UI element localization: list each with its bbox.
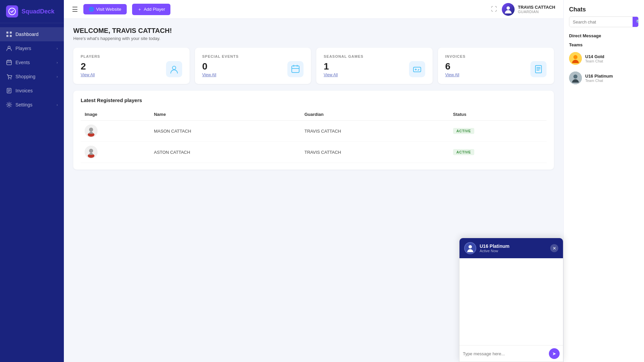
events-icon <box>6 59 12 65</box>
sidebar-nav: Dashboard Players › Events › <box>0 23 64 362</box>
team-avatar <box>569 72 582 84</box>
sidebar-item-settings[interactable]: Settings › <box>0 98 64 112</box>
player-name: MASON CATTACH <box>150 121 300 142</box>
chat-send-button[interactable]: ➤ <box>549 348 560 359</box>
chevron-right-icon: › <box>56 75 58 79</box>
search-icon: 🔍 <box>636 19 639 25</box>
popup-title: U16 Platinum <box>480 243 510 249</box>
sidebar: SquadDeck Dashboard Players › <box>0 0 64 362</box>
chat-popup: U16 Platinum Active Now ✕ ➤ <box>459 238 563 362</box>
svg-point-25 <box>573 55 577 59</box>
svg-point-19 <box>89 128 93 132</box>
avatar <box>502 3 515 16</box>
chat-item-u14-gold[interactable]: U14 Gold Team Chat <box>564 49 644 68</box>
topbar-left: ☰ 🌐 Visit Website ＋ Add Player <box>72 4 170 15</box>
shopping-icon <box>6 74 12 80</box>
chat-item-u16-platinum[interactable]: U16 Platinum Team Chat <box>564 68 644 88</box>
logo: SquadDeck <box>0 0 64 23</box>
players-table: Image Name Guardian Status <box>81 108 547 163</box>
stat-value: 1 <box>324 61 338 72</box>
chevron-right-icon: › <box>56 60 58 64</box>
user-role: GUARDIAN <box>518 10 555 14</box>
player-avatar <box>85 146 97 159</box>
player-guardian: TRAVIS CATTACH <box>300 142 449 163</box>
table-row: ASTON CATTACH TRAVIS CATTACH ACTIVE <box>81 142 547 163</box>
svg-rect-4 <box>10 35 12 37</box>
svg-point-7 <box>8 78 9 79</box>
col-image: Image <box>81 108 150 121</box>
col-status: Status <box>449 108 547 121</box>
chat-search-input[interactable] <box>569 17 633 27</box>
sidebar-item-dashboard[interactable]: Dashboard <box>0 27 64 41</box>
players-icon <box>6 45 12 51</box>
sidebar-item-label: Invoices <box>15 88 33 93</box>
stat-label: SPECIAL EVENTS <box>202 54 304 58</box>
svg-point-16 <box>417 70 418 71</box>
svg-rect-3 <box>6 35 8 37</box>
chat-panel-title: Chats <box>564 0 644 16</box>
stat-view-all[interactable]: View All <box>202 73 216 77</box>
chevron-right-icon: › <box>56 46 58 50</box>
svg-point-10 <box>8 104 10 106</box>
table-title: Latest Registered players <box>81 97 547 103</box>
svg-point-22 <box>89 149 93 153</box>
send-icon: ➤ <box>552 351 556 356</box>
teams-label: Teams <box>564 40 644 49</box>
svg-point-27 <box>573 75 577 79</box>
chat-popup-footer: ➤ <box>459 345 563 362</box>
svg-rect-1 <box>6 32 8 34</box>
sidebar-item-shopping[interactable]: Shopping › <box>0 70 64 84</box>
stat-invoices: INVOICES 6 View All <box>438 48 554 84</box>
sidebar-item-events[interactable]: Events › <box>0 55 64 70</box>
player-guardian: TRAVIS CATTACH <box>300 121 449 142</box>
dashboard-icon <box>6 31 12 37</box>
globe-icon: 🌐 <box>89 7 94 12</box>
stat-view-all[interactable]: View All <box>324 73 338 77</box>
stat-view-all[interactable]: View All <box>81 73 95 77</box>
svg-rect-6 <box>7 60 11 65</box>
svg-point-8 <box>10 78 11 79</box>
stat-label: PLAYERS <box>81 54 182 58</box>
stat-view-all[interactable]: View All <box>445 73 459 77</box>
sidebar-item-players[interactable]: Players › <box>0 41 64 55</box>
fullscreen-icon[interactable]: ⛶ <box>491 6 497 13</box>
stat-label: SEASONAL GAMES <box>324 54 425 58</box>
sidebar-item-label: Players <box>15 46 31 51</box>
logo-text: SquadDeck <box>22 8 54 15</box>
chat-search-button[interactable]: 🔍 <box>633 17 639 27</box>
sidebar-item-label: Events <box>15 60 30 65</box>
stat-label: INVOICES <box>445 54 547 58</box>
stat-value: 0 <box>202 61 216 72</box>
topbar-right: ⛶ TRAVIS CATTACH GUARDIAN <box>491 3 555 16</box>
sidebar-item-invoices[interactable]: Invoices <box>0 84 64 98</box>
logo-icon <box>6 5 18 17</box>
stat-special-events: SPECIAL EVENTS 0 View All <box>195 48 311 84</box>
popup-status: Active Now <box>480 249 510 253</box>
hamburger-icon[interactable]: ☰ <box>72 5 78 13</box>
player-name: ASTON CATTACH <box>150 142 300 163</box>
svg-point-12 <box>172 66 176 70</box>
col-guardian: Guardian <box>300 108 449 121</box>
svg-point-0 <box>9 8 15 15</box>
user-name: TRAVIS CATTACH <box>518 5 555 10</box>
settings-icon <box>6 102 12 108</box>
chat-message-input[interactable] <box>463 351 546 356</box>
team-name: U16 Platinum <box>585 74 613 79</box>
svg-point-11 <box>507 6 510 10</box>
chat-popup-body <box>459 258 563 345</box>
chevron-right-icon: › <box>56 103 58 107</box>
svg-rect-13 <box>292 66 299 73</box>
direct-message-label: Direct Message <box>564 31 644 40</box>
stat-icon-players <box>166 61 182 77</box>
svg-point-29 <box>469 245 472 248</box>
stat-value: 2 <box>81 61 95 72</box>
chat-panel: Chats 🔍 Direct Message Teams U14 Gold Te… <box>563 0 644 362</box>
stat-icon-games <box>409 61 425 77</box>
close-icon[interactable]: ✕ <box>550 244 558 252</box>
visit-website-button[interactable]: 🌐 Visit Website <box>83 4 127 14</box>
user-info: TRAVIS CATTACH GUARDIAN <box>502 3 555 16</box>
welcome-section: WELCOME, TRAVIS CATTACH! Here's what's h… <box>73 27 554 41</box>
invoices-icon <box>6 88 12 94</box>
add-player-button[interactable]: ＋ Add Player <box>132 4 171 15</box>
chat-search-bar: 🔍 <box>569 16 639 27</box>
